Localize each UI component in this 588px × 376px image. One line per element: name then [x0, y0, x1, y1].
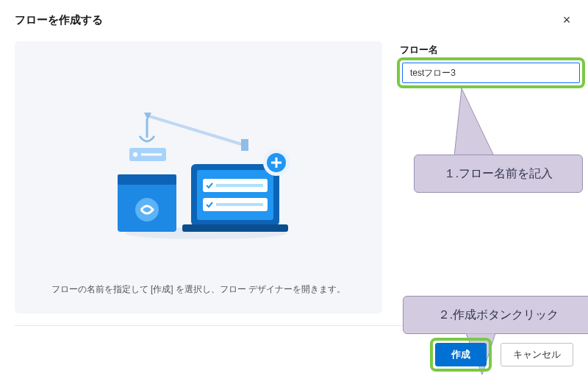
svg-line-4 [147, 116, 244, 145]
close-icon: × [563, 13, 571, 28]
flow-name-input[interactable] [402, 63, 580, 83]
svg-marker-22 [454, 88, 494, 156]
annotation-step-2: ２.作成ボタンクリック [403, 296, 588, 334]
create-flow-modal: フローを作成する × [0, 0, 588, 376]
modal-content: フローの名前を指定して [作成] を選択し、フロー デザイナーを開きます。 フロ… [15, 41, 573, 326]
close-button[interactable]: × [557, 10, 576, 29]
flow-name-label: フロー名 [400, 43, 438, 57]
svg-rect-2 [118, 174, 176, 185]
svg-point-3 [135, 198, 159, 221]
flow-designer-illustration [96, 56, 301, 277]
illustration-panel: フローの名前を指定して [作成] を選択し、フロー デザイナーを開きます。 [15, 41, 382, 313]
modal-footer: 作成 キャンセル [0, 333, 588, 376]
annotation-step-2-text: ２.作成ボタンクリック [438, 308, 559, 323]
modal-header: フローを作成する [0, 0, 588, 40]
svg-rect-13 [182, 224, 288, 232]
svg-rect-6 [241, 139, 248, 151]
cancel-button[interactable]: キャンセル [501, 343, 573, 366]
svg-point-9 [133, 152, 137, 157]
flow-name-highlight [397, 57, 585, 88]
svg-rect-12 [197, 170, 273, 220]
cancel-button-label: キャンセル [513, 348, 561, 361]
create-button[interactable]: 作成 [435, 343, 487, 366]
illustration-caption: フローの名前を指定して [作成] を選択し、フロー デザイナーを開きます。 [51, 283, 346, 296]
annotation-step-1: １.フロー名前を記入 [414, 155, 583, 193]
create-button-highlight: 作成 [430, 338, 492, 372]
flow-crane-illustration-icon [96, 93, 301, 241]
modal-title: フローを作成する [15, 13, 103, 27]
create-button-label: 作成 [451, 348, 470, 361]
annotation-step-1-text: １.フロー名前を記入 [444, 166, 553, 182]
